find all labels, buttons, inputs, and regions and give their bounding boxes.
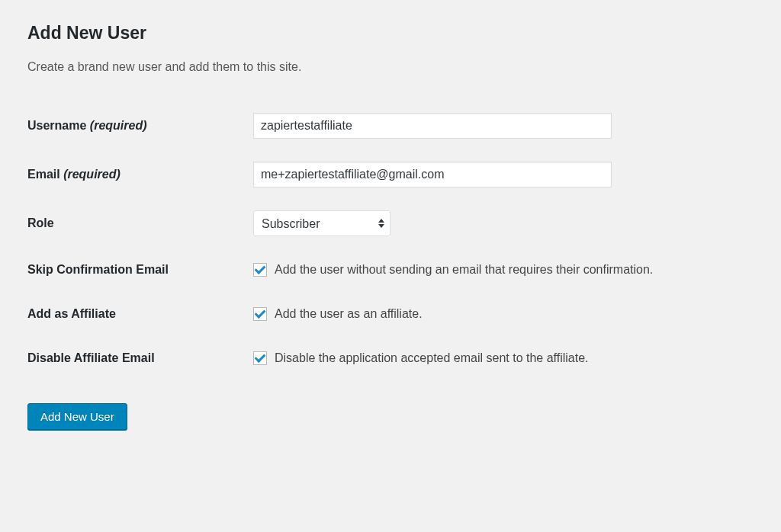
disable-affiliate-email-checkbox[interactable]: [253, 351, 267, 365]
add-affiliate-checkbox[interactable]: [253, 307, 267, 321]
add-user-form: Username (required) Email (required) Rol…: [27, 101, 754, 380]
page-subheading: Create a brand new user and add them to …: [27, 60, 754, 74]
skip-confirmation-label: Skip Confirmation Email: [27, 248, 253, 292]
role-select[interactable]: Subscriber: [253, 210, 390, 236]
username-label: Username (required): [27, 101, 253, 150]
disable-affiliate-email-label: Disable Affiliate Email: [27, 336, 253, 380]
page-title: Add New User: [27, 23, 754, 43]
email-input[interactable]: [253, 162, 612, 187]
add-affiliate-label: Add as Affiliate: [27, 292, 253, 336]
role-label: Role: [27, 199, 253, 248]
disable-affiliate-email-description[interactable]: Disable the application accepted email s…: [275, 351, 589, 365]
username-input[interactable]: [253, 113, 612, 139]
skip-confirmation-checkbox[interactable]: [253, 263, 267, 277]
add-affiliate-description[interactable]: Add the user as an affiliate.: [275, 307, 423, 321]
email-label: Email (required): [27, 150, 253, 199]
add-new-user-button[interactable]: Add New User: [27, 403, 127, 430]
skip-confirmation-description[interactable]: Add the user without sending an email th…: [275, 263, 653, 277]
